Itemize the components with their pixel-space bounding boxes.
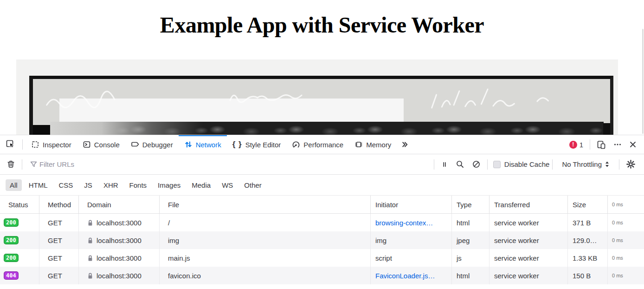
column-header-initiator[interactable]: Initiator <box>371 196 452 213</box>
block-requests-button[interactable] <box>468 154 484 174</box>
double-chevron-icon <box>400 140 409 149</box>
photo-dark-region <box>50 122 604 135</box>
request-row[interactable]: 200 GET localhost:3000 / browsing-contex… <box>0 214 644 231</box>
tab-label: Debugger <box>142 141 173 149</box>
meatballs-icon <box>613 140 622 149</box>
more-tabs-button[interactable] <box>397 135 412 154</box>
trash-icon <box>6 160 15 169</box>
type-cell: js <box>452 249 489 267</box>
search-button[interactable] <box>452 154 468 174</box>
clear-requests-button[interactable] <box>3 154 19 174</box>
console-icon <box>83 140 91 149</box>
size-cell: 150 B <box>568 267 608 284</box>
type-cell: html <box>452 214 489 231</box>
exclamation-circle-icon: ! <box>569 141 577 149</box>
photo-corner-block <box>33 125 50 135</box>
column-header-status[interactable]: Status <box>0 196 39 213</box>
close-devtools-button[interactable] <box>625 135 640 154</box>
tab-debugger[interactable]: Debugger <box>125 135 179 154</box>
throttling-select[interactable]: No Throttling <box>555 154 616 174</box>
column-header-domain[interactable]: Domain <box>79 196 160 213</box>
column-header-transferred[interactable]: Transferred <box>489 196 568 213</box>
domain-cell: localhost:3000 <box>79 249 160 267</box>
devtools-toolbar: Inspector Console Debugger <box>0 135 644 154</box>
domain-cell: localhost:3000 <box>79 214 160 231</box>
lock-icon <box>87 237 93 244</box>
filterbar-separator <box>487 159 488 170</box>
responsive-design-button[interactable] <box>593 135 610 154</box>
type-filter-all[interactable]: All <box>6 179 22 191</box>
method-cell: GET <box>39 214 79 231</box>
column-header-timeline[interactable]: 0 ms <box>608 196 644 213</box>
lock-icon <box>87 272 93 279</box>
gauge-icon <box>292 140 300 149</box>
type-filter-media[interactable]: Media <box>187 179 215 191</box>
filterbar-separator <box>552 159 553 170</box>
pause-traffic-button[interactable] <box>437 154 452 174</box>
status-badge: 404 <box>4 271 19 280</box>
disable-cache-checkbox[interactable] <box>493 161 501 168</box>
timeline-cell: 0 ms <box>608 267 644 284</box>
funnel-icon <box>25 160 38 168</box>
size-cell: 1.33 KB <box>568 249 608 267</box>
type-filter-js[interactable]: JS <box>80 179 97 191</box>
filter-urls-input[interactable] <box>38 160 431 168</box>
error-count-button[interactable]: ! 1 <box>566 135 587 154</box>
size-cell: 371 B <box>568 214 608 231</box>
disable-cache-label[interactable]: Disable Cache <box>504 160 550 168</box>
type-filter-other[interactable]: Other <box>240 179 266 191</box>
tab-label: Network <box>196 141 221 149</box>
column-header-file[interactable]: File <box>160 196 371 213</box>
tab-memory[interactable]: Memory <box>349 135 397 154</box>
toolbar-right-group: ! 1 <box>566 135 640 154</box>
domain-cell: localhost:3000 <box>79 267 160 284</box>
throttling-value: No Throttling <box>562 160 602 168</box>
network-settings-button[interactable] <box>622 154 639 174</box>
column-header-type[interactable]: Type <box>452 196 489 213</box>
timeline-cell: 0 ms <box>608 231 644 249</box>
file-cell: main.js <box>160 249 371 267</box>
file-cell: img <box>160 231 371 249</box>
braces-icon: { } <box>232 140 242 149</box>
tab-style-editor[interactable]: { } Style Editor <box>227 135 287 154</box>
gear-icon <box>626 159 636 169</box>
filterbar-separator <box>22 159 22 170</box>
page-scrollbar[interactable] <box>642 29 644 134</box>
column-header-method[interactable]: Method <box>39 196 79 213</box>
pick-element-button[interactable] <box>2 135 19 154</box>
type-filter-images[interactable]: Images <box>154 179 185 191</box>
file-cell: / <box>160 214 371 231</box>
column-header-size[interactable]: Size <box>568 196 608 213</box>
tab-inspector[interactable]: Inspector <box>26 135 77 154</box>
request-type-filters: All HTML CSS JS XHR Fonts Images Media W… <box>0 175 644 196</box>
request-row[interactable]: 404 GET localhost:3000 favicon.ico Favic… <box>0 267 644 284</box>
type-filter-fonts[interactable]: Fonts <box>125 179 151 191</box>
method-cell: GET <box>39 267 79 284</box>
transferred-cell: service worker <box>489 231 568 249</box>
transferred-cell: service worker <box>489 214 568 231</box>
type-cell: html <box>452 267 489 284</box>
block-icon <box>472 160 481 169</box>
initiator-link[interactable]: browsing-contex… <box>371 214 452 231</box>
type-filter-css[interactable]: CSS <box>55 179 77 191</box>
transferred-cell: service worker <box>489 267 568 284</box>
request-row[interactable]: 200 GET localhost:3000 img img jpeg serv… <box>0 231 644 249</box>
photo-band <box>16 59 618 135</box>
tab-network[interactable]: Network <box>179 135 227 154</box>
old-photograph-image <box>29 76 613 135</box>
request-row[interactable]: 200 GET localhost:3000 main.js script js… <box>0 249 644 267</box>
type-filter-xhr[interactable]: XHR <box>99 179 122 191</box>
type-filter-html[interactable]: HTML <box>25 179 52 191</box>
tab-label: Style Editor <box>245 141 281 149</box>
status-badge: 200 <box>4 236 19 244</box>
search-icon <box>456 160 464 169</box>
devtools-menu-button[interactable] <box>610 135 625 154</box>
browser-page: Example App with Service Worker <box>0 0 644 38</box>
type-filter-ws[interactable]: WS <box>218 179 237 191</box>
close-icon <box>629 141 637 148</box>
initiator-link[interactable]: FaviconLoader.js… <box>371 267 452 284</box>
tab-console[interactable]: Console <box>77 135 125 154</box>
tab-label: Console <box>94 141 120 149</box>
status-badge: 200 <box>4 218 19 227</box>
tab-performance[interactable]: Performance <box>286 135 349 154</box>
